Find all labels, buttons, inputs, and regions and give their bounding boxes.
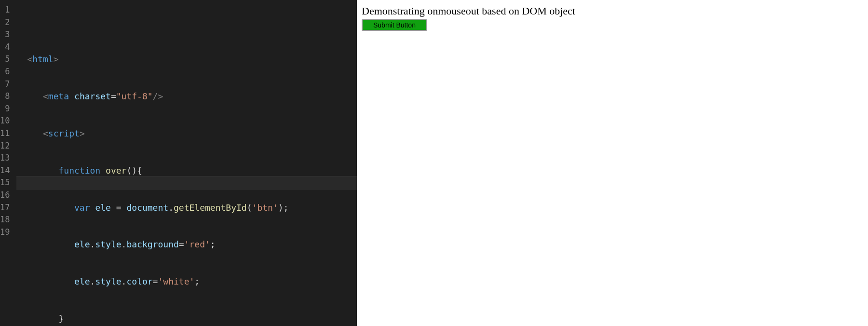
code-area[interactable]: <html> <meta charset="utf-8"/> <script> …: [16, 0, 357, 326]
line-number: 14: [0, 164, 16, 177]
line-number: 11: [0, 127, 16, 140]
line-number: 9: [0, 103, 16, 115]
line-number: 17: [0, 202, 16, 214]
line-number: 18: [0, 214, 16, 226]
line-number: 8: [0, 90, 16, 103]
code-line[interactable]: <script>: [16, 127, 357, 140]
code-line[interactable]: <meta charset="utf-8"/>: [16, 90, 357, 103]
line-number: 16: [0, 189, 16, 202]
line-number: 4: [0, 41, 16, 54]
line-number: 2: [0, 16, 16, 29]
code-line[interactable]: }: [16, 312, 357, 325]
code-line[interactable]: <html>: [16, 53, 357, 66]
line-number: 19: [0, 226, 16, 239]
code-line[interactable]: ele.style.background='red';: [16, 238, 357, 251]
line-number: 6: [0, 66, 16, 78]
line-number: 13: [0, 152, 16, 164]
preview-heading: Demonstrating onmouseout based on DOM ob…: [362, 5, 863, 17]
line-number: 15: [0, 177, 16, 189]
line-number: 5: [0, 53, 16, 66]
current-line-highlight: [16, 176, 357, 190]
code-line[interactable]: ele.style.color='white';: [16, 275, 357, 288]
line-number: 7: [0, 78, 16, 91]
submit-button[interactable]: Submit Button: [362, 19, 427, 31]
preview-pane: Demonstrating onmouseout based on DOM ob…: [357, 0, 868, 326]
code-line[interactable]: var ele = document.getElementById('btn')…: [16, 202, 357, 214]
app-root: 12345678910111213141516171819 <html> <me…: [0, 0, 868, 326]
code-line[interactable]: function over(){: [16, 164, 357, 177]
line-number: 3: [0, 28, 16, 41]
line-gutter: 12345678910111213141516171819: [0, 0, 16, 326]
line-number: 10: [0, 115, 16, 127]
code-editor[interactable]: 12345678910111213141516171819 <html> <me…: [0, 0, 357, 326]
line-number: 12: [0, 140, 16, 152]
line-number: 1: [0, 4, 16, 16]
